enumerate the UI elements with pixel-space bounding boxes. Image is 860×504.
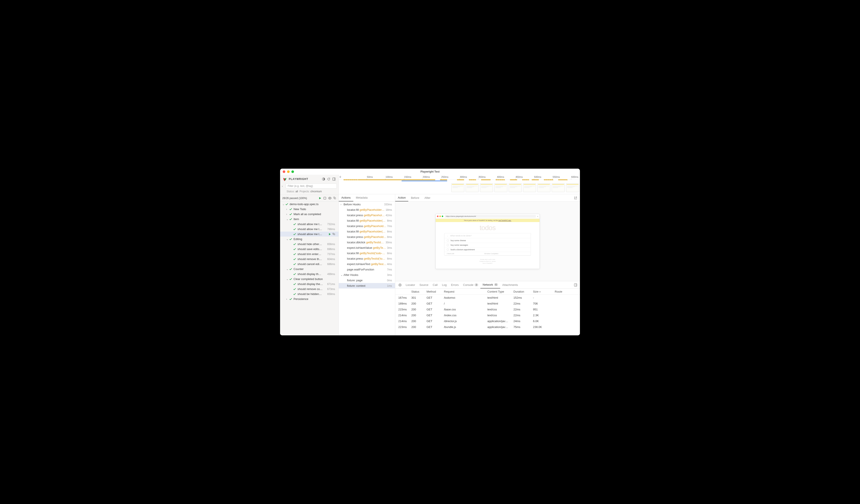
chevron-right-icon[interactable]: › [282,184,284,188]
tab-actions[interactable]: Actions [339,194,353,202]
tree-suite[interactable]: ⌄Counter [280,267,339,271]
tab-action[interactable]: Action [395,194,408,202]
tree-test[interactable]: should cancel edi…686ms [280,262,339,267]
tree-suite[interactable]: ⌄Item [280,217,339,222]
tree-test[interactable]: should allow me t…732ms [280,222,339,227]
network-row[interactable]: 167ms301GET/todomvctext/html152ms- [395,295,580,301]
layout-icon[interactable] [332,177,336,181]
chevron-down-icon[interactable]: ⌄ [286,277,289,281]
checkbox-icon [447,249,449,251]
tree-test[interactable]: should remove co…673ms [280,286,339,292]
run-all-icon[interactable] [318,197,321,200]
chevron-right-icon[interactable]: › [286,212,289,216]
chevron-down-icon[interactable]: ⌄ [286,237,289,241]
tree-test[interactable]: should allow me t… [280,232,339,237]
action-row[interactable]: fixture: page0ms [339,278,395,283]
timeline-thumbnail[interactable] [552,183,565,192]
timeline-thumbnail[interactable] [523,183,536,192]
net-header[interactable]: Request [444,290,487,293]
panel-layout-icon[interactable] [571,282,580,288]
tree-suite[interactable]: ›New Todo [280,207,339,212]
action-row[interactable]: expect.toHaveText getByTest…4ms [339,261,395,267]
network-row[interactable]: 214ms200GET/index.csstext/css22ms2.3K [395,312,580,318]
tree-test[interactable]: should hide other…656ms [280,241,339,247]
action-row[interactable]: locator.fill getByPlaceholder…18ms [339,207,395,212]
timeline-thumbnail[interactable] [494,183,507,192]
timeline-thumbnail[interactable] [538,183,550,192]
net-header[interactable]: Method [427,290,444,293]
stop-icon[interactable] [323,197,326,200]
timeline-thumbnail[interactable] [480,183,493,192]
network-row[interactable]: 215ms200GET/base.csstext/css22ms951 [395,307,580,312]
tab-errors[interactable]: Errors [449,282,461,288]
chevron-right-icon[interactable]: › [286,297,289,301]
tree-file[interactable]: ⌄demo-todo-app.spec.ts [280,202,339,207]
tab-network[interactable]: Network6 [481,281,500,288]
maximize-window-icon[interactable] [291,171,294,173]
action-row[interactable]: locator.press getByPlacehold…8ms [339,234,395,240]
tab-source[interactable]: Source [417,282,430,288]
chevron-right-icon[interactable]: › [341,203,344,206]
timeline-thumbnail[interactable] [508,183,522,192]
minimize-window-icon[interactable] [287,171,290,173]
tree-suite[interactable]: ›Persistence [280,296,339,301]
action-row[interactable]: locator.fill getByTestId('todo-…8ms [339,251,395,256]
inspect-icon[interactable] [397,282,403,288]
reload-icon[interactable] [327,177,331,181]
tab-call[interactable]: Call [431,282,440,288]
watch-icon[interactable] [328,197,332,200]
popout-icon[interactable] [571,194,580,202]
action-row[interactable]: locator.press getByPlacehol…42ms [339,212,395,218]
close-window-icon[interactable] [283,171,285,173]
tree-test[interactable]: should allow me t…788ms [280,227,339,232]
net-header[interactable]: Duration [513,290,533,293]
network-row[interactable]: 189ms200GET/text/html22ms706 [395,301,580,307]
tree-test[interactable]: should display th…499ms [280,271,339,277]
tree-test[interactable]: should trim enter…737ms [280,252,339,256]
timeline-thumbnail[interactable] [465,183,479,192]
action-row[interactable]: ›Before Hooks333ms [339,202,395,207]
action-row[interactable]: locator.fill getByPlaceholder(…8ms [339,229,395,234]
run-icon[interactable] [329,233,331,236]
tab-console[interactable]: Console3 [461,282,481,288]
timeline[interactable]: 0 50ms100ms150ms200ms250ms300ms350ms400m… [339,175,580,194]
net-header[interactable]: Status [411,290,427,293]
timeline-thumbnail[interactable] [566,183,579,192]
tree-suite[interactable]: ⌄Editing [280,237,339,241]
chevron-right-icon[interactable]: › [286,208,289,211]
theme-toggle-icon[interactable] [321,177,326,181]
tab-log[interactable]: Log [440,282,449,288]
net-header[interactable]: Route [555,290,577,293]
chevron-down-icon[interactable]: ⌄ [286,267,289,271]
collapse-icon[interactable] [333,197,336,200]
tree-test[interactable]: should display the…671ms [280,282,339,286]
action-row[interactable]: locator.press getByTestId('to…8ms [339,256,395,261]
tab-before[interactable]: Before [408,194,422,201]
tree-test[interactable]: should remove th…604ms [280,256,339,262]
tree-suite[interactable]: ›Mark all as completed [280,212,339,217]
tree-test[interactable]: should save edits…696ms [280,247,339,252]
open-trace-icon[interactable] [332,233,335,236]
tab-metadata[interactable]: Metadata [353,194,370,202]
timeline-thumbnail[interactable] [451,183,464,192]
action-row[interactable]: locator.press getByPlacehold…7ms [339,223,395,229]
action-row[interactable]: page.waitForFunction7ms [339,267,395,272]
tree-suite[interactable]: ⌄Clear completed button [280,277,339,282]
action-row[interactable]: ⌄After Hooks3ms [339,272,395,278]
action-row[interactable]: fixture: context1ms [339,283,395,288]
tree-test[interactable]: should be hidden…659ms [280,292,339,296]
tab-attachments[interactable]: Attachments [500,282,520,288]
tab-locator[interactable]: Locator [403,282,417,288]
filter-input[interactable] [286,183,337,189]
net-header[interactable]: Size [533,290,555,293]
chevron-down-icon[interactable]: ⌄ [282,203,285,206]
action-row[interactable]: locator.dblclick getByTestId…30ms [339,240,395,245]
network-row[interactable]: 214ms200GET/director.jsapplication/jav…2… [395,318,580,324]
chevron-down-icon[interactable]: ⌄ [341,273,344,277]
tab-after[interactable]: After [422,194,433,201]
network-row[interactable]: 223ms200GET/bundle.jsapplication/jav…75m… [395,324,580,330]
action-row[interactable]: expect.toHaveValue getByTe…3ms [339,245,395,251]
chevron-down-icon[interactable]: ⌄ [286,218,289,221]
net-header[interactable]: Content Type [487,290,513,293]
action-row[interactable]: locator.fill getByPlaceholder(…8ms [339,218,395,223]
